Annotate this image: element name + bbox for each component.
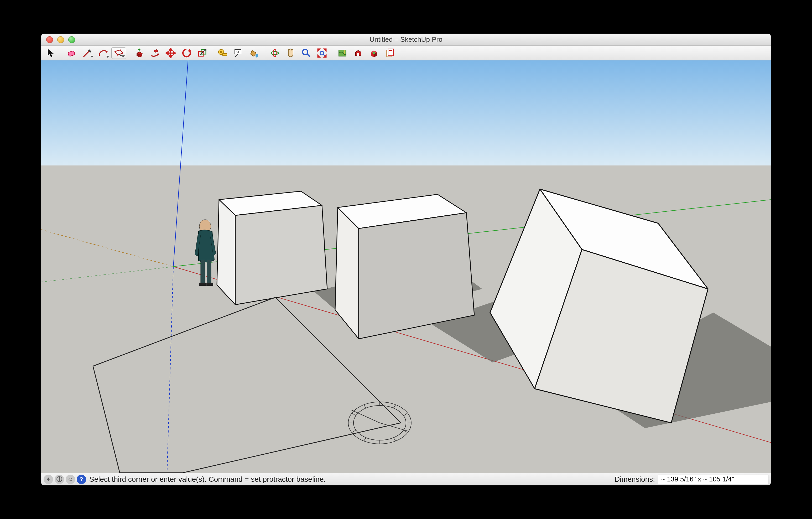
viewport-3d[interactable] [41,60,771,473]
tool-add-location[interactable] [335,47,350,59]
tool-pan[interactable] [283,47,298,59]
svg-marker-8 [173,52,175,54]
svg-rect-30 [339,50,346,56]
statusbar: ⌖ ⓘ ☺ ? Select third corner or enter val… [41,473,771,485]
svg-marker-25 [324,49,326,51]
svg-marker-26 [318,55,320,57]
svg-point-19 [271,52,279,55]
svg-marker-24 [318,49,320,51]
tool-text[interactable]: A1 [231,47,246,59]
svg-point-22 [302,49,308,55]
svg-line-29 [323,54,325,56]
svg-marker-9 [188,49,191,52]
svg-point-28 [320,51,324,55]
tool-zoom-extents[interactable] [315,47,329,59]
tool-3d-warehouse[interactable] [351,47,366,59]
svg-rect-36 [201,260,205,283]
tool-rectangle[interactable] [111,47,126,59]
app-window: Untitled – SketchUp Pro [41,34,771,485]
svg-marker-42 [235,205,327,305]
tool-move[interactable] [163,47,178,59]
credits-icon[interactable]: ⓘ [55,474,64,484]
tool-layout[interactable] [382,47,397,59]
status-icons: ⌖ ⓘ ☺ ? [44,474,86,484]
titlebar[interactable]: Untitled – SketchUp Pro [41,34,771,46]
tool-scale[interactable] [195,47,209,59]
tool-tape-measure[interactable] [215,47,230,59]
svg-marker-6 [169,56,172,58]
svg-marker-1 [106,51,108,53]
tool-arc[interactable] [95,47,110,59]
svg-text:A1: A1 [236,50,239,54]
svg-rect-31 [357,53,359,56]
help-icon[interactable]: ? [77,474,86,484]
svg-marker-5 [169,48,172,51]
tool-follow-me[interactable] [148,47,162,59]
dimensions-input[interactable] [658,474,768,484]
status-hint: Select third corner or enter value(s). C… [89,475,326,484]
scene-svg [41,60,771,473]
svg-marker-2 [157,53,160,56]
tool-select[interactable] [44,47,58,59]
tool-zoom[interactable] [299,47,314,59]
dimensions-label: Dimensions: [614,475,655,484]
svg-point-18 [256,54,258,58]
cube-2 [335,194,474,339]
svg-marker-7 [166,52,168,54]
tool-eraser[interactable] [64,47,79,59]
tool-extension-warehouse[interactable] [367,47,381,59]
window-title: Untitled – SketchUp Pro [41,35,771,44]
svg-rect-0 [68,51,75,56]
tool-line[interactable] [80,47,94,59]
svg-rect-38 [199,283,206,286]
svg-point-32 [373,52,375,54]
user-icon[interactable]: ☺ [66,474,75,484]
svg-rect-39 [206,283,213,286]
toolbar: A1 [41,46,771,60]
sky [41,60,771,166]
svg-rect-15 [223,54,227,56]
svg-point-20 [273,49,276,57]
tool-push-pull[interactable] [132,47,147,59]
geolocation-icon[interactable]: ⌖ [44,474,53,484]
svg-line-23 [307,54,310,57]
cube-1 [217,191,327,305]
svg-point-14 [220,51,222,53]
tool-paint-bucket[interactable] [247,47,262,59]
svg-rect-37 [207,260,211,283]
tool-orbit[interactable] [267,47,282,59]
tool-rotate[interactable] [179,47,194,59]
